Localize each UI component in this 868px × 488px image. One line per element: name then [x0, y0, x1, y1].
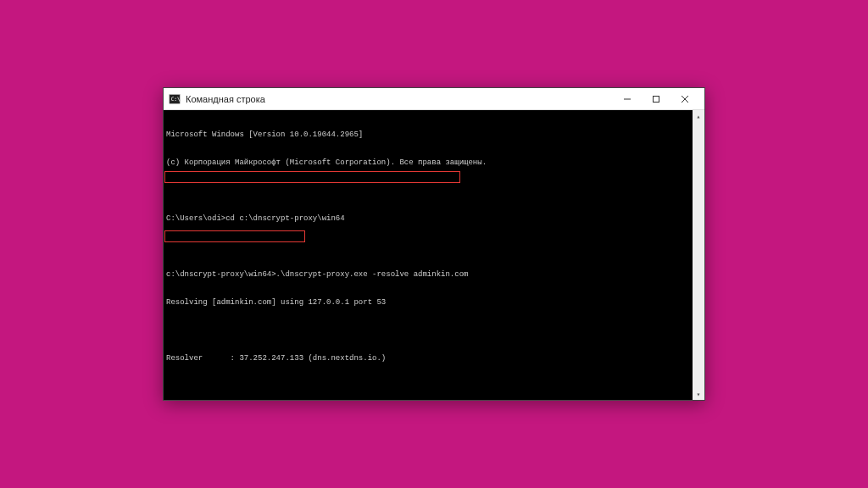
minimize-button[interactable]: [613, 89, 642, 109]
terminal-body[interactable]: Microsoft Windows [Version 10.0.19044.29…: [164, 110, 704, 400]
scrollbar-up-button[interactable]: ▴: [693, 110, 704, 122]
titlebar[interactable]: C:\ Командная строка: [164, 88, 704, 110]
output-line: [166, 242, 693, 252]
output-line: Resolver : 37.252.247.133 (dns.nextdns.i…: [166, 354, 693, 363]
scrollbar-down-button[interactable]: ▾: [693, 388, 704, 400]
output-line: [166, 382, 693, 391]
output-line: [166, 186, 693, 196]
command-prompt-window: C:\ Командная строка Microsoft Windows […: [163, 87, 705, 401]
close-button[interactable]: [670, 89, 699, 109]
terminal-output: Microsoft Windows [Version 10.0.19044.29…: [166, 112, 693, 400]
window-controls: [613, 89, 699, 109]
output-line: [166, 326, 693, 336]
output-line: C:\Users\odi>cd c:\dnscrypt-proxy\win64: [166, 214, 693, 224]
output-line: Microsoft Windows [Version 10.0.19044.29…: [166, 130, 693, 140]
maximize-button[interactable]: [642, 89, 670, 109]
svg-rect-3: [654, 96, 659, 102]
cmd-icon: C:\: [169, 93, 181, 105]
svg-text:C:\: C:\: [171, 95, 181, 101]
scrollbar[interactable]: ▴ ▾: [693, 110, 704, 400]
output-line: (c) Корпорация Майкрософт (Microsoft Cor…: [166, 158, 693, 168]
window-title: Командная строка: [186, 94, 613, 104]
output-line: Resolving [adminkin.com] using 127.0.0.1…: [166, 298, 693, 308]
output-line: c:\dnscrypt-proxy\win64>.\dnscrypt-proxy…: [166, 270, 693, 280]
